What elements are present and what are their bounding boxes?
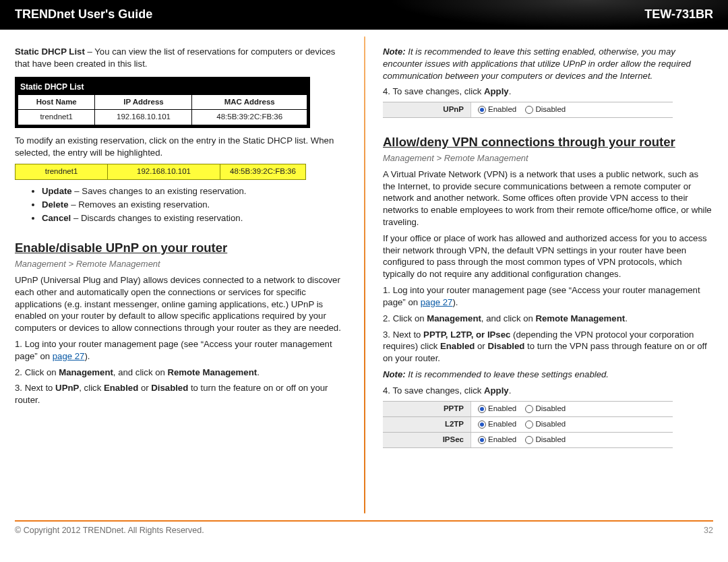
right-column: Note: It is recommended to leave this se… [371, 42, 713, 520]
list-item: Cancel – Discards changes to existing re… [42, 212, 345, 224]
vpn-step1: 1. Log into your router management page … [383, 284, 713, 309]
list-item: Delete – Removes an existing reservation… [42, 199, 345, 211]
vpn-heading: Allow/deny VPN connections through your … [383, 134, 713, 151]
upnp-step4: 4. To save changes, click Apply. [383, 86, 713, 98]
upnp-setting-row: UPnP Enabled Disabled [383, 102, 673, 118]
radio-disabled[interactable] [525, 436, 533, 444]
upnp-note: Note: It is recommended to leave this se… [383, 46, 713, 82]
col-hostname: Host Name [18, 94, 95, 110]
breadcrumb: Management > Remote Management [15, 258, 345, 270]
col-ip: IP Address [95, 94, 192, 110]
ipsec-setting-row: IPSec Enabled Disabled [383, 433, 673, 448]
vpn-step4: 4. To save changes, click Apply. [383, 385, 713, 397]
vpn-p1: A Virtual Private Network (VPN) is a net… [383, 168, 713, 228]
column-divider [364, 36, 365, 513]
vpn-p2: If your office or place of work has allo… [383, 232, 713, 280]
radio-disabled[interactable] [525, 106, 533, 114]
vpn-settings-stack: PPTP Enabled Disabled L2TP Enabled Disab… [383, 401, 713, 448]
page-link[interactable]: page 27 [421, 297, 453, 307]
vpn-note: Note: It is recommended to leave these s… [383, 369, 713, 381]
upnp-step1: 1. Log into your router management page … [15, 338, 345, 363]
setting-label: L2TP [383, 417, 471, 432]
table-header-row: Host Name IP Address MAC Address [18, 94, 307, 110]
radio-enabled[interactable] [478, 106, 486, 114]
radio-disabled[interactable] [525, 405, 533, 413]
static-dhcp-intro: Static DHCP List – You can view the list… [15, 46, 345, 70]
footer-copyright: © Copyright 2012 TRENDnet. All Rights Re… [15, 526, 204, 535]
list-item: Update – Saves changes to an existing re… [42, 185, 345, 197]
table-row: trendnet1 192.168.10.101 48:5B:39:2C:FB:… [18, 110, 307, 125]
highlighted-row: trendnet1 192.168.10.101 48:5B:39:2C:FB:… [15, 164, 306, 180]
setting-label: UPnP [383, 102, 471, 117]
modify-instructions: To modify an existing reservation, click… [15, 135, 345, 159]
setting-label: PPTP [383, 402, 471, 416]
vpn-step3: 3. Next to PPTP, L2TP, or IPsec (dependi… [383, 329, 713, 365]
footer-page-number: 32 [704, 526, 713, 535]
upnp-step2: 2. Click on Management, and click on Rem… [15, 367, 345, 379]
radio-enabled[interactable] [478, 405, 486, 413]
radio-enabled[interactable] [478, 436, 486, 444]
l2tp-setting-row: L2TP Enabled Disabled [383, 417, 673, 433]
content-columns: Static DHCP List – You can view the list… [0, 30, 728, 520]
dhcp-table: Host Name IP Address MAC Address trendne… [18, 94, 307, 125]
page-header: TRENDnet User's Guide TEW-731BR [0, 0, 728, 30]
header-title-right: TEW-731BR [644, 7, 713, 22]
radio-disabled[interactable] [525, 420, 533, 429]
static-dhcp-label: Static DHCP List [15, 46, 85, 57]
setting-label: IPSec [383, 433, 471, 447]
pptp-setting-row: PPTP Enabled Disabled [383, 401, 673, 417]
breadcrumb: Management > Remote Management [383, 152, 713, 164]
dhcp-box-title: Static DHCP List [18, 80, 307, 94]
radio-enabled[interactable] [478, 420, 486, 429]
vpn-step2: 2. Click on Management, and click on Rem… [383, 313, 713, 325]
left-column: Static DHCP List – You can view the list… [15, 42, 357, 520]
col-mac: MAC Address [192, 94, 307, 110]
action-bullets: Update – Saves changes to an existing re… [42, 185, 345, 224]
upnp-step3: 3. Next to UPnP, click Enabled or Disabl… [15, 382, 345, 406]
upnp-heading: Enable/disable UPnP on your router [15, 240, 345, 257]
page-footer: © Copyright 2012 TRENDnet. All Rights Re… [15, 520, 713, 535]
header-title-left: TRENDnet User's Guide [15, 7, 152, 22]
static-dhcp-screenshot: Static DHCP List Host Name IP Address MA… [15, 77, 310, 128]
page-link[interactable]: page 27 [53, 351, 85, 361]
upnp-description: UPnP (Universal Plug and Play) allows de… [15, 274, 345, 334]
